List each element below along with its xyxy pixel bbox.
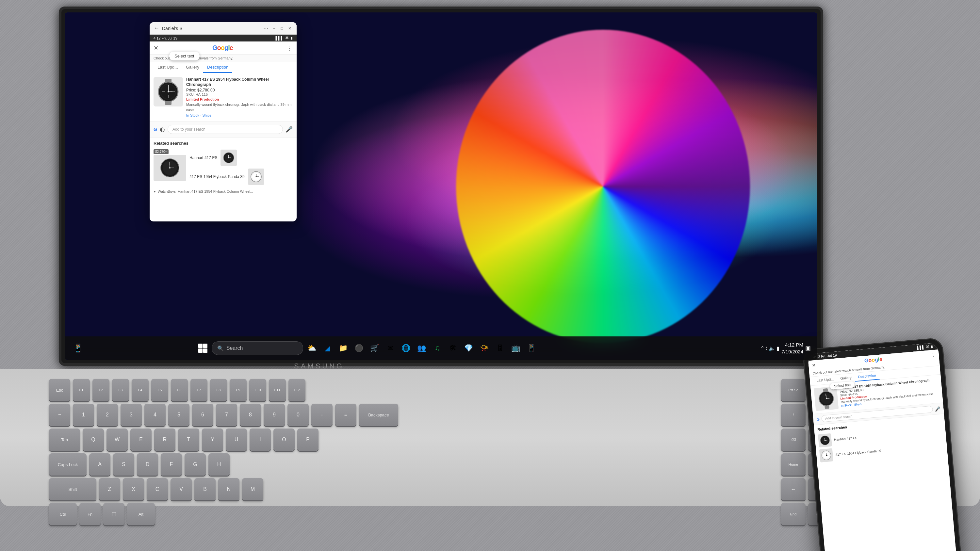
key-t[interactable]: T — [178, 429, 199, 451]
key-f4[interactable]: F4 — [132, 379, 149, 401]
taskbar-mail[interactable]: ✉ — [383, 341, 397, 355]
taskbar-app2[interactable]: 💎 — [462, 341, 476, 355]
taskbar-phone[interactable]: 📱 — [525, 341, 538, 355]
key-b[interactable]: B — [194, 478, 216, 500]
key-tilde[interactable]: ~ — [49, 404, 70, 426]
key-tab[interactable]: Tab — [49, 429, 80, 451]
key-u[interactable]: U — [226, 429, 247, 451]
key-9[interactable]: 9 — [264, 404, 285, 426]
key-7[interactable]: 7 — [216, 404, 237, 426]
key-r[interactable]: R — [154, 429, 175, 451]
phone-more-icon[interactable]: ⋮ — [931, 352, 935, 358]
taskbar-spotify[interactable]: ♫ — [431, 341, 444, 355]
key-f12[interactable]: F12 — [288, 379, 305, 401]
start-button[interactable] — [196, 341, 210, 355]
key-e[interactable]: E — [130, 429, 151, 451]
key-backspace[interactable]: Backspace — [359, 404, 398, 426]
key-x[interactable]: X — [123, 478, 144, 500]
popup-close-btn[interactable]: ✕ — [154, 44, 158, 52]
taskbar-edge[interactable]: ◢ — [321, 341, 334, 355]
key-i[interactable]: I — [250, 429, 271, 451]
key-0[interactable]: 0 — [288, 404, 309, 426]
maximize-button[interactable]: □ — [279, 25, 285, 31]
notification-icon[interactable]: ▣ — [805, 345, 811, 352]
key-z[interactable]: Z — [99, 478, 120, 500]
key-c[interactable]: C — [147, 478, 168, 500]
key-p[interactable]: P — [297, 429, 318, 451]
related-item-1[interactable]: Hanhart 417 ES — [189, 148, 264, 167]
key-8[interactable]: 8 — [240, 404, 261, 426]
key-windows[interactable]: ❐ — [103, 503, 124, 525]
key-f8[interactable]: F8 — [210, 379, 227, 401]
taskbar-store[interactable]: 🛒 — [368, 341, 382, 355]
sound-tray-icon[interactable]: 🔈 — [768, 345, 775, 351]
key-s[interactable]: S — [113, 453, 134, 476]
tab-last-updated[interactable]: Last Upd... — [154, 62, 182, 73]
tab-description[interactable]: Description — [203, 62, 232, 73]
taskbar-clock[interactable]: 4:12 PM 7/19/2024 — [781, 341, 803, 355]
key-f2[interactable]: F2 — [92, 379, 110, 401]
key-3[interactable]: 3 — [121, 404, 142, 426]
ph-mic-icon[interactable]: 🎤 — [935, 406, 940, 411]
key-alt[interactable]: Alt — [127, 503, 155, 525]
key-f[interactable]: F — [161, 453, 182, 476]
key-2[interactable]: 2 — [97, 404, 118, 426]
key-f1[interactable]: F1 — [73, 379, 90, 401]
key-end[interactable]: End — [781, 503, 805, 525]
key-q[interactable]: Q — [83, 429, 104, 451]
key-prt-sc[interactable]: Prt Sc — [781, 379, 805, 401]
taskbar-chrome[interactable]: ⚫ — [352, 341, 366, 355]
taskbar-app4[interactable]: 🎛 — [493, 341, 507, 355]
key-n[interactable]: N — [218, 478, 239, 500]
key-1[interactable]: 1 — [73, 404, 94, 426]
key-o[interactable]: O — [274, 429, 295, 451]
key-esc[interactable]: Esc — [49, 379, 70, 401]
key-6[interactable]: 6 — [192, 404, 213, 426]
battery-tray-icon[interactable]: ▮ — [776, 345, 780, 351]
key-shift-left[interactable]: Shift — [49, 478, 96, 500]
wifi-tray-icon[interactable]: 〈 — [766, 345, 767, 351]
key-f11[interactable]: F11 — [269, 379, 286, 401]
taskbar-app5[interactable]: 📺 — [509, 341, 523, 355]
key-home[interactable]: Home — [781, 453, 805, 476]
search-box[interactable]: Add to your search — [167, 125, 283, 134]
key-backspace-r[interactable]: ⌫ — [781, 429, 805, 451]
minimize-button[interactable]: − — [271, 25, 277, 31]
key-f3[interactable]: F3 — [112, 379, 129, 401]
taskbar-photos[interactable]: 🌐 — [399, 341, 413, 355]
taskbar-app3[interactable]: 📯 — [477, 341, 491, 355]
key-a[interactable]: A — [89, 453, 110, 476]
key-equals[interactable]: = — [335, 404, 356, 426]
phone-close-icon[interactable]: ✕ — [812, 362, 816, 368]
power-btn[interactable] — [947, 397, 951, 423]
key-d[interactable]: D — [137, 453, 158, 476]
mic-icon[interactable]: 🎤 — [285, 126, 293, 133]
related-item-2[interactable]: 417 ES 1954 Flyback Panda 39 — [189, 167, 264, 186]
key-y[interactable]: Y — [202, 429, 223, 451]
tray-up-arrow[interactable]: ⌃ — [760, 345, 764, 351]
key-4[interactable]: 4 — [145, 404, 165, 426]
key-g[interactable]: G — [185, 453, 206, 476]
select-text-pill[interactable]: Select text — [169, 52, 200, 60]
more-options-icon[interactable]: ⋮ — [287, 44, 293, 52]
key-5[interactable]: 5 — [168, 404, 189, 426]
key-v[interactable]: V — [170, 478, 192, 500]
key-m[interactable]: M — [242, 478, 263, 500]
key-fn[interactable]: Fn — [80, 503, 100, 525]
key-w[interactable]: W — [107, 429, 128, 451]
key-left-r[interactable]: ← — [781, 478, 805, 500]
key-minus[interactable]: - — [311, 404, 332, 426]
taskbar-weather[interactable]: ⛅ — [305, 341, 319, 355]
more-icon[interactable]: ⋯ — [263, 25, 269, 31]
taskbar-app1[interactable]: 🛠 — [446, 341, 460, 355]
key-slash-r[interactable]: / — [781, 404, 805, 426]
key-f5[interactable]: F5 — [151, 379, 168, 401]
key-ctrl[interactable]: Ctrl — [49, 503, 77, 525]
key-caps-lock[interactable]: Caps Lock — [49, 453, 87, 476]
key-f7[interactable]: F7 — [191, 379, 207, 401]
key-f9[interactable]: F9 — [230, 379, 247, 401]
key-f6[interactable]: F6 — [171, 379, 188, 401]
taskbar-teams[interactable]: 👥 — [415, 341, 429, 355]
close-button[interactable]: ✕ — [287, 25, 293, 31]
key-h[interactable]: H — [208, 453, 230, 476]
